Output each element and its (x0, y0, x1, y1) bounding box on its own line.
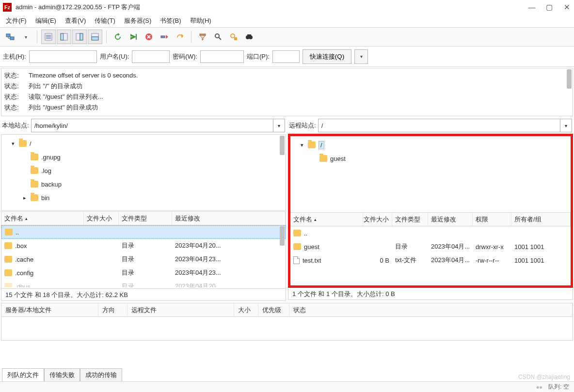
close-button[interactable]: ✕ (562, 3, 571, 12)
col-perm[interactable]: 权限 (473, 213, 511, 226)
file-row[interactable]: .dbus目录2023年04月20... (1, 280, 286, 287)
tree-node[interactable]: .gnupg (1, 150, 286, 164)
menu-edit[interactable]: 编辑(E) (32, 16, 60, 26)
qcol-remote[interactable]: 远程文件 (128, 303, 234, 316)
scrollbar[interactable] (567, 69, 572, 89)
tree-label: / (319, 141, 324, 149)
local-tree[interactable]: ▾/ .gnupg .log backup ▸bin (1, 134, 286, 211)
list-body: .. guest目录2023年04月...drwxr-xr-x1001 1001… (290, 226, 571, 283)
file-name: .. (16, 229, 19, 236)
col-size[interactable]: 文件大小 (84, 212, 119, 225)
reconnect-button[interactable] (173, 30, 187, 44)
column-header-row: 文件名▴ 文件大小 文件类型 最近修改 (1, 212, 286, 225)
tree-node[interactable]: ▾/ (290, 138, 571, 152)
remote-filelist[interactable]: 文件名▴ 文件大小 文件类型 最近修改 权限 所有者/组 .. guest目录2… (290, 213, 571, 285)
tab-queued[interactable]: 列队的文件 (2, 368, 44, 382)
column-header-row: 文件名▴ 文件大小 文件类型 最近修改 权限 所有者/组 (290, 213, 571, 226)
sitemanager-button[interactable] (3, 30, 17, 44)
process-queue-button[interactable] (126, 30, 141, 44)
qcol-direction[interactable]: 方向 (98, 303, 128, 316)
qcol-server[interactable]: 服务器/本地文件 (1, 303, 98, 316)
file-name: .dbus (15, 283, 31, 288)
tree-node[interactable]: ▾/ (1, 137, 286, 150)
log-row: 状态:读取 "/guest" 的目录列表... (4, 92, 570, 102)
filter-button[interactable] (195, 30, 210, 44)
tab-success[interactable]: 成功的传输 (80, 368, 122, 382)
col-name[interactable]: 文件名▴ (290, 213, 363, 226)
folder-icon (31, 167, 38, 174)
remote-tree[interactable]: ▾/ guest (290, 136, 571, 213)
col-size[interactable]: 文件大小 (363, 213, 392, 226)
sitemanager-dropdown[interactable]: ▾ (18, 30, 33, 44)
refresh-button[interactable] (111, 30, 125, 44)
expander-icon[interactable]: ▾ (299, 142, 305, 148)
tab-failed[interactable]: 传输失败 (44, 368, 80, 382)
col-mtime[interactable]: 最近修改 (428, 213, 473, 226)
file-row[interactable]: .. (1, 225, 286, 239)
binoculars-button[interactable] (242, 30, 256, 44)
col-type[interactable]: 文件类型 (119, 212, 172, 225)
tree-node[interactable]: .log (1, 164, 286, 177)
menu-file[interactable]: 文件(F) (2, 16, 31, 26)
folder-icon (4, 269, 12, 276)
local-filelist[interactable]: 文件名▴ 文件大小 文件类型 最近修改 .. .box目录2023年04月20.… (1, 211, 286, 289)
tree-label: bin (41, 194, 49, 202)
col-mtime[interactable]: 最近修改 (172, 212, 286, 225)
toggle-log-button[interactable] (41, 30, 56, 44)
search-button[interactable] (211, 30, 225, 44)
tree-node[interactable]: backup (1, 177, 286, 191)
qcol-status[interactable]: 状态 (289, 303, 573, 316)
local-path-combo[interactable]: /home/kylin/ ▾ (31, 119, 285, 132)
file-row[interactable]: test.txt0 Btxt-文件2023年04月...-rw-r--r--10… (290, 253, 571, 267)
col-name[interactable]: 文件名▴ (1, 212, 84, 225)
file-icon (293, 256, 300, 264)
quickconnect-button[interactable]: 快速连接(Q) (303, 49, 351, 64)
file-row[interactable]: .box目录2023年04月20... (1, 239, 286, 252)
toggle-queue-button[interactable] (88, 30, 102, 44)
log-row: 状态:列出 "/" 的目录成功 (4, 81, 570, 92)
file-row[interactable]: .. (290, 226, 571, 240)
scrollbar[interactable] (280, 226, 285, 246)
expander-icon[interactable]: ▾ (10, 141, 16, 147)
log-row: 状态:列出 "/guest" 的目录成功 (4, 102, 570, 113)
folder-icon (4, 242, 12, 249)
scrollbar[interactable] (280, 136, 285, 155)
user-label: 用户名(U): (100, 52, 129, 61)
sort-asc-icon: ▴ (25, 216, 28, 221)
toggle-remotetree-button[interactable] (72, 30, 87, 44)
pass-input[interactable] (200, 50, 244, 63)
tree-node[interactable]: guest (290, 152, 571, 165)
expander-icon[interactable]: ▸ (22, 195, 28, 201)
cancel-button[interactable] (142, 30, 156, 44)
toolbar: ▾ (0, 27, 574, 47)
col-type[interactable]: 文件类型 (392, 213, 428, 226)
remote-path-combo[interactable]: / ▾ (318, 119, 572, 132)
port-input[interactable] (272, 50, 300, 63)
folder-icon (19, 140, 27, 147)
minimize-button[interactable]: — (527, 3, 536, 12)
menu-transfer[interactable]: 传输(T) (91, 16, 119, 26)
quickconnect-dropdown[interactable]: ▾ (354, 49, 368, 64)
qcol-size[interactable]: 大小 (234, 303, 258, 316)
dropdown-icon[interactable]: ▾ (273, 119, 285, 132)
menu-server[interactable]: 服务器(S) (120, 16, 155, 26)
tree-node[interactable]: ▸bin (1, 191, 286, 204)
file-row[interactable]: .cache目录2023年04月23... (1, 252, 286, 266)
toggle-localtree-button[interactable] (57, 30, 71, 44)
host-input[interactable] (29, 50, 97, 63)
menu-view[interactable]: 查看(V) (61, 16, 90, 26)
svg-rect-8 (61, 33, 64, 40)
user-input[interactable] (132, 50, 170, 63)
menu-help[interactable]: 帮助(H) (186, 16, 215, 26)
menu-bookmarks[interactable]: 书签(B) (156, 16, 185, 26)
compare-button[interactable] (226, 30, 241, 44)
dropdown-icon[interactable]: ▾ (560, 119, 572, 132)
maximize-button[interactable]: ▢ (545, 3, 554, 12)
svg-point-22 (231, 34, 235, 38)
qcol-priority[interactable]: 优先级 (258, 303, 289, 316)
tree-label: .log (41, 167, 51, 174)
disconnect-button[interactable] (157, 30, 172, 44)
file-row[interactable]: .config目录2023年04月23... (1, 266, 286, 280)
col-owner[interactable]: 所有者/组 (511, 213, 571, 226)
file-row[interactable]: guest目录2023年04月...drwxr-xr-x1001 1001 (290, 240, 571, 253)
